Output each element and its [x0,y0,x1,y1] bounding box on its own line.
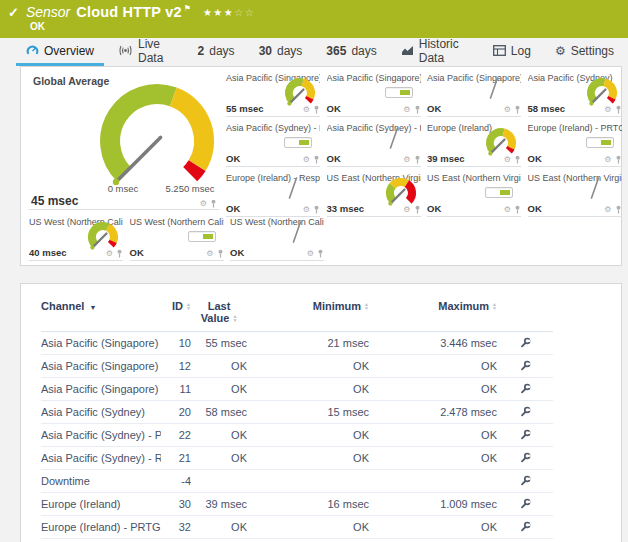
pin-icon[interactable] [514,105,521,114]
star-filled-icon[interactable]: ★ [213,7,223,18]
channel-tile-title: Asia Pacific (Sydney) - PRTG ... [226,121,320,133]
cell-channel-name[interactable]: Asia Pacific (Sydney) - PR... [41,424,161,447]
cell-channel-name[interactable]: Downtime [41,470,161,493]
pin-icon[interactable] [217,249,224,258]
sort-icon[interactable]: ▲▼ [186,302,191,310]
gear-icon[interactable]: ⚙ [206,250,213,258]
gear-icon[interactable]: ⚙ [403,106,410,114]
gear-icon[interactable]: ⚙ [303,106,310,114]
sort-icon[interactable]: ▲▼ [232,314,237,322]
tab-settings[interactable]: ⚙Settings [545,38,624,66]
channel-tile-value: OK [226,153,240,164]
channel-tile-title: Asia Pacific (Sydney) - Respo... [327,121,421,133]
cell-channel-name[interactable]: Europe (Ireland) - PRTG Cl... [41,516,161,539]
gear-icon[interactable]: ⚙ [504,156,511,164]
column-header-last-value[interactable]: LastValue▲▼ [191,298,247,332]
cell-last-value: 58 msec [191,401,247,424]
pin-icon[interactable] [615,155,622,164]
cell-channel-name[interactable]: Asia Pacific (Sydney) [41,401,161,424]
tab-label: Historic Data [419,37,469,65]
tab-30-days[interactable]: 30days [249,38,313,66]
star-filled-icon[interactable]: ★ [224,7,234,18]
tab-overview[interactable]: Overview [16,38,104,66]
gear-icon[interactable]: ⚙ [307,250,314,258]
gear-icon[interactable]: ⚙ [403,206,410,214]
star-empty-icon[interactable]: ☆ [234,7,244,18]
gear-icon[interactable]: ⚙ [106,250,113,258]
pin-icon[interactable] [313,105,320,114]
status-bar-fill [601,140,611,145]
table-row: Downtime-4 [41,470,553,493]
column-header-id[interactable]: ID▲▼ [161,298,191,332]
tab-log[interactable]: Log [483,38,541,66]
sort-icon[interactable]: ▲▼ [492,302,497,310]
channel-tile-value: 58 msec [528,103,566,114]
gear-icon[interactable]: ⚙ [303,206,310,214]
cell-last-value [191,470,247,493]
gear-icon[interactable]: ⚙ [604,206,611,214]
pin-icon[interactable] [514,205,521,214]
pin-icon[interactable] [313,205,320,214]
cell-last-value: 55 msec [191,332,247,355]
gear-icon[interactable]: ⚙ [504,106,511,114]
star-filled-icon[interactable]: ★ [203,7,213,18]
pin-icon[interactable] [414,155,421,164]
pin-icon[interactable] [514,155,521,164]
pin-icon[interactable] [414,205,421,214]
cell-minimum: 21 msec [247,332,369,355]
column-header-minimum[interactable]: Minimum▲▼ [247,298,369,332]
channel-needle [489,76,499,104]
wrench-icon[interactable] [520,337,531,348]
tab-bar: OverviewLive Data2days30days365daysHisto… [0,38,628,66]
cell-maximum: 2.478 msec [369,401,497,424]
star-empty-icon[interactable]: ☆ [245,7,255,18]
gear-icon[interactable]: ⚙ [604,106,611,114]
status-bar-fill [203,234,213,239]
tab-365-days[interactable]: 365days [316,38,386,66]
table-row: Asia Pacific (Sydney) - PR...22OKOKOK [41,424,553,447]
wrench-icon[interactable] [520,521,531,532]
cell-channel-name[interactable]: Asia Pacific (Singapore) - ... [41,355,161,378]
channel-tile-value: 55 msec [226,103,264,114]
wrench-icon[interactable] [520,360,531,371]
cell-last-value: OK [191,516,247,539]
cell-channel-name[interactable]: Europe (Ireland) [41,493,161,516]
channel-tile-title: Asia Pacific (Singapore) - PR... [327,71,421,83]
gear-icon[interactable]: ⚙ [303,156,310,164]
cell-channel-id: 10 [161,332,191,355]
pin-icon[interactable] [615,205,622,214]
gear-icon[interactable]: ⚙ [403,156,410,164]
tab-live-data[interactable]: Live Data [108,38,184,66]
gear-icon[interactable]: ⚙ [604,156,611,164]
wrench-icon[interactable] [520,429,531,440]
channel-tile-value: OK [327,153,341,164]
gear-icon[interactable]: ⚙ [200,200,207,208]
pin-icon[interactable] [210,199,217,208]
cell-channel-name[interactable]: Asia Pacific (Singapore) - ... [41,378,161,401]
wrench-icon[interactable] [520,475,531,486]
cell-channel-name[interactable]: Europe (Ireland) - Respon... [41,539,161,542]
pin-icon[interactable] [313,155,320,164]
cell-channel-id: -4 [161,470,191,493]
wrench-icon[interactable] [520,383,531,394]
wrench-icon[interactable] [520,498,531,509]
cell-last-value: 39 msec [191,493,247,516]
pin-icon[interactable] [414,105,421,114]
cell-channel-name[interactable]: Asia Pacific (Sydney) - Re... [41,447,161,470]
status-ok-check-icon: ✓ [8,5,19,20]
column-header-channel[interactable]: Channel ▼ [41,298,161,332]
cell-channel-name[interactable]: Asia Pacific (Singapore) [41,332,161,355]
table-row: Europe (Ireland) - PRTG Cl...32OKOKOK [41,516,553,539]
pin-icon[interactable] [116,249,123,258]
tab-historic-data[interactable]: Historic Data [391,38,479,66]
sort-icon[interactable]: ▲▼ [364,302,369,310]
column-header-maximum[interactable]: Maximum▲▼ [369,298,497,332]
channels-table: Channel ▼ID▲▼LastValue▲▼Minimum▲▼Maximum… [41,298,553,542]
pin-icon[interactable] [615,105,622,114]
cell-minimum: OK [247,378,369,401]
wrench-icon[interactable] [520,406,531,417]
tab-2-days[interactable]: 2days [188,38,245,66]
wrench-icon[interactable] [520,452,531,463]
pin-icon[interactable] [317,249,324,258]
gear-icon[interactable]: ⚙ [504,206,511,214]
